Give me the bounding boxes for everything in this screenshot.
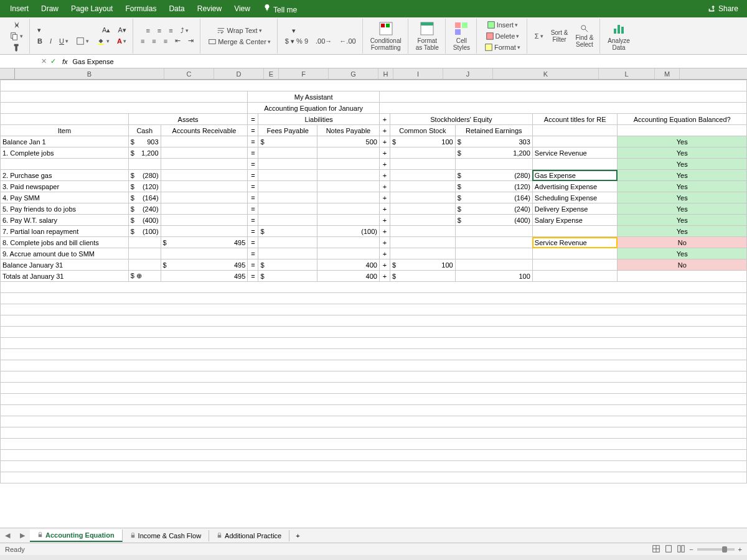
align-left-button[interactable]: ≡	[138, 36, 147, 46]
tab-formulas[interactable]: Formulas	[119, 2, 162, 16]
delete-cells-button[interactable]: Delete ▾	[483, 30, 522, 42]
svg-rect-26	[682, 545, 684, 552]
format-cells-button[interactable]: Format ▾	[482, 42, 523, 53]
format-painter-button[interactable]	[10, 42, 24, 53]
font-size-increase[interactable]: A▴	[100, 25, 113, 35]
align-top-button[interactable]: ≡	[143, 26, 152, 35]
sheet-nav-prev[interactable]: ◀	[0, 531, 15, 539]
align-right-button[interactable]: ≡	[161, 36, 170, 46]
svg-rect-22	[218, 535, 221, 538]
font-size-decrease[interactable]: A▾	[115, 25, 128, 35]
tab-draw[interactable]: Draw	[35, 2, 65, 16]
status-bar: Ready − +	[0, 543, 747, 555]
sheet-tabs: ◀ ▶ Accounting Equation Income & Cash Fl…	[0, 528, 747, 543]
formula-accept-button[interactable]: ✓	[50, 57, 56, 65]
lock-icon	[217, 533, 222, 538]
autosum-button[interactable]: Σ▾	[532, 31, 546, 41]
col-header-D[interactable]: D	[214, 68, 264, 79]
currency-button[interactable]: $ ▾ % 9	[283, 36, 311, 47]
formula-cancel-button[interactable]: ✕	[41, 57, 47, 65]
font-dropdown[interactable]: ▾	[35, 25, 97, 35]
col-header-G[interactable]: G	[329, 68, 378, 79]
underline-button[interactable]: U▾	[57, 36, 71, 46]
cut-button[interactable]	[10, 19, 24, 30]
format-as-table-button[interactable]: Format as Table	[413, 20, 441, 52]
col-header-I[interactable]: I	[393, 68, 443, 79]
svg-rect-10	[455, 22, 461, 28]
zoom-slider[interactable]	[697, 548, 735, 551]
orientation-button[interactable]: ⤴▾	[178, 26, 191, 35]
spreadsheet-grid[interactable]: My AssistantAccounting Equation for Janu…	[0, 80, 747, 528]
tab-page-layout[interactable]: Page Layout	[65, 2, 119, 16]
col-header-H[interactable]: H	[378, 68, 393, 79]
analyze-data-button[interactable]: Analyze Data	[605, 20, 632, 52]
svg-rect-1	[12, 34, 17, 40]
fill-color-button[interactable]: ▾	[94, 35, 112, 47]
col-header-L[interactable]: L	[599, 68, 655, 79]
svg-rect-19	[621, 27, 624, 34]
col-header-F[interactable]: F	[279, 68, 329, 79]
align-bottom-button[interactable]: ≡	[166, 26, 175, 35]
formula-bar: ✕ ✓ fx Gas Expense	[0, 55, 747, 68]
tab-insert[interactable]: Insert	[4, 2, 35, 16]
svg-rect-14	[486, 32, 493, 39]
number-format-dropdown[interactable]: ▾	[289, 26, 352, 36]
col-header-M[interactable]: M	[655, 68, 680, 79]
wrap-text-button[interactable]: Wrap Text ▾	[214, 25, 264, 36]
lightbulb-icon	[263, 4, 271, 12]
paint-bucket-icon	[96, 37, 105, 45]
borders-button[interactable]: ▾	[73, 35, 92, 47]
page-break-view-button[interactable]	[677, 544, 685, 554]
svg-rect-20	[39, 534, 42, 538]
zoom-out-button[interactable]: −	[689, 546, 693, 553]
italic-button[interactable]: I	[47, 36, 54, 46]
copy-button[interactable]: ▾	[7, 30, 26, 42]
sheet-tab-practice[interactable]: Additional Practice	[209, 530, 289, 541]
cell-styles-button[interactable]: Cell Styles	[451, 20, 472, 52]
tab-data[interactable]: Data	[162, 2, 190, 16]
status-text: Ready	[5, 546, 25, 553]
svg-rect-18	[618, 25, 620, 34]
paintbrush-icon	[12, 43, 21, 52]
sheet-tab-income[interactable]: Income & Cash Flow	[123, 530, 209, 541]
tab-tell-me[interactable]: Tell me	[256, 1, 303, 17]
increase-indent-button[interactable]: ⇥	[186, 35, 196, 46]
conditional-formatting-button[interactable]: Conditional Formatting	[368, 20, 404, 52]
col-header-C[interactable]: C	[164, 68, 214, 79]
normal-view-button[interactable]	[652, 544, 660, 554]
svg-rect-7	[386, 24, 390, 27]
tab-review[interactable]: Review	[191, 2, 228, 16]
sheet-nav-next[interactable]: ▶	[15, 531, 30, 539]
page-view-icon	[664, 544, 673, 553]
tab-view[interactable]: View	[228, 2, 256, 16]
share-button[interactable]: Share	[702, 3, 743, 14]
sort-filter-button[interactable]: Sort & Filter	[548, 28, 571, 44]
align-center-button[interactable]: ≡	[149, 36, 158, 46]
svg-rect-25	[678, 545, 680, 552]
zoom-in-button[interactable]: +	[738, 546, 742, 553]
bold-button[interactable]: B	[35, 36, 45, 46]
decrease-indent-button[interactable]: ⇤	[172, 35, 183, 46]
copy-icon	[10, 32, 19, 40]
ribbon: ▾ ▾ A▴A▾ B I U▾ ▾ ▾ A▾ ≡ ≡ ≡ ⤴▾ ≡ ≡ ≡ ⇤ …	[0, 17, 747, 55]
col-header-J[interactable]: J	[443, 68, 493, 79]
col-header-K[interactable]: K	[493, 68, 599, 79]
svg-rect-21	[131, 535, 134, 538]
merge-center-button[interactable]: Merge & Center ▾	[205, 36, 273, 47]
sheet-tab-accounting[interactable]: Accounting Equation	[30, 530, 123, 542]
page-layout-view-button[interactable]	[664, 544, 673, 554]
insert-cells-button[interactable]: Insert ▾	[484, 19, 521, 30]
svg-rect-13	[487, 21, 494, 28]
find-select-button[interactable]: Find & Select	[573, 23, 596, 49]
align-middle-button[interactable]: ≡	[155, 26, 164, 35]
wrap-text-icon	[217, 26, 225, 35]
formula-input[interactable]: Gas Expense	[70, 58, 747, 65]
col-header-E[interactable]: E	[264, 68, 279, 79]
svg-rect-4	[209, 39, 216, 44]
decrease-decimal-button[interactable]: ←.00	[337, 36, 358, 46]
col-header-B[interactable]: B	[15, 68, 164, 79]
new-sheet-button[interactable]: +	[289, 532, 306, 539]
increase-decimal-button[interactable]: .00→	[313, 36, 334, 46]
column-headers: BCDEFGHIJKLM	[0, 68, 747, 80]
font-color-button[interactable]: A▾	[115, 36, 129, 46]
